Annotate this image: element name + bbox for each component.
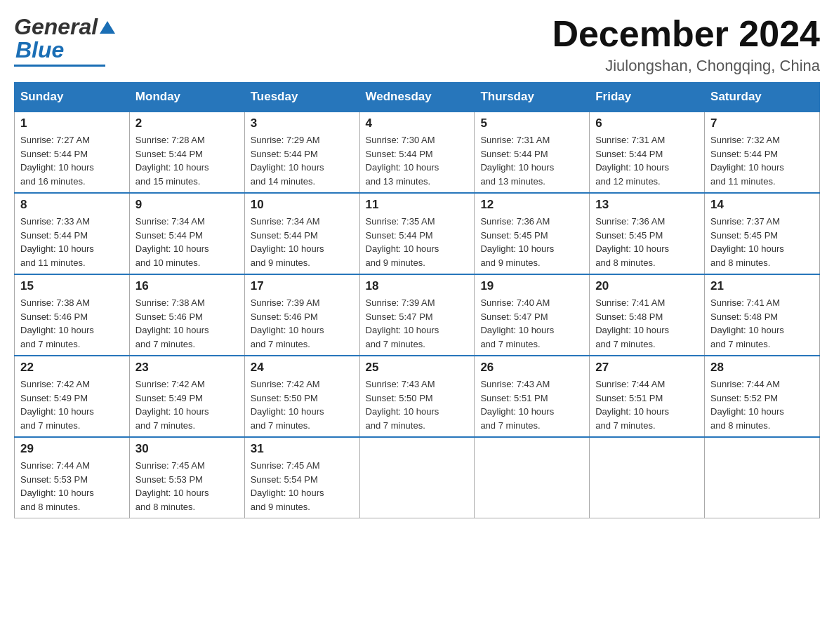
day-info: Sunrise: 7:43 AMSunset: 5:51 PMDaylight:… [480, 379, 554, 431]
calendar-cell: 27 Sunrise: 7:44 AMSunset: 5:51 PMDaylig… [590, 356, 705, 437]
weekday-header-wednesday: Wednesday [359, 83, 475, 112]
day-number: 3 [251, 116, 354, 130]
day-info: Sunrise: 7:42 AMSunset: 5:50 PMDaylight:… [251, 379, 324, 431]
month-title: December 2024 [552, 14, 820, 54]
day-info: Sunrise: 7:40 AMSunset: 5:47 PMDaylight:… [480, 297, 554, 349]
calendar-cell: 25 Sunrise: 7:43 AMSunset: 5:50 PMDaylig… [359, 356, 475, 437]
calendar-cell: 30 Sunrise: 7:45 AMSunset: 5:53 PMDaylig… [129, 437, 244, 518]
day-number: 5 [480, 116, 583, 130]
day-number: 25 [366, 361, 469, 375]
weekday-header-tuesday: Tuesday [244, 83, 359, 112]
day-number: 20 [595, 279, 699, 293]
calendar-cell: 7 Sunrise: 7:32 AMSunset: 5:44 PMDayligh… [705, 112, 820, 193]
day-number: 18 [366, 279, 469, 293]
day-number: 16 [135, 279, 239, 293]
day-info: Sunrise: 7:29 AMSunset: 5:44 PMDaylight:… [251, 135, 324, 187]
calendar-cell: 8 Sunrise: 7:33 AMSunset: 5:44 PMDayligh… [15, 193, 130, 274]
day-number: 6 [595, 116, 699, 130]
calendar-cell [590, 437, 705, 518]
svg-marker-0 [100, 21, 115, 34]
day-info: Sunrise: 7:45 AMSunset: 5:54 PMDaylight:… [251, 460, 324, 512]
calendar-cell: 14 Sunrise: 7:37 AMSunset: 5:45 PMDaylig… [705, 193, 820, 274]
day-number: 12 [480, 198, 583, 212]
day-number: 8 [20, 198, 124, 212]
title-block: December 2024 Jiulongshan, Chongqing, Ch… [552, 14, 820, 75]
day-info: Sunrise: 7:36 AMSunset: 5:45 PMDaylight:… [480, 216, 554, 268]
day-number: 1 [20, 116, 124, 130]
day-info: Sunrise: 7:39 AMSunset: 5:47 PMDaylight:… [366, 297, 439, 349]
day-info: Sunrise: 7:32 AMSunset: 5:44 PMDaylight:… [710, 135, 784, 187]
calendar-cell: 17 Sunrise: 7:39 AMSunset: 5:46 PMDaylig… [244, 274, 359, 356]
day-info: Sunrise: 7:34 AMSunset: 5:44 PMDaylight:… [135, 216, 209, 268]
day-number: 19 [480, 279, 583, 293]
day-info: Sunrise: 7:28 AMSunset: 5:44 PMDaylight:… [135, 135, 209, 187]
day-number: 14 [710, 198, 814, 212]
day-info: Sunrise: 7:33 AMSunset: 5:44 PMDaylight:… [20, 216, 94, 268]
logo: General Blue [14, 14, 117, 67]
day-number: 15 [20, 279, 124, 293]
calendar-cell: 12 Sunrise: 7:36 AMSunset: 5:45 PMDaylig… [475, 193, 590, 274]
calendar-cell: 19 Sunrise: 7:40 AMSunset: 5:47 PMDaylig… [475, 274, 590, 356]
day-info: Sunrise: 7:38 AMSunset: 5:46 PMDaylight:… [135, 297, 209, 349]
day-number: 21 [710, 279, 814, 293]
day-number: 28 [710, 361, 814, 375]
calendar-cell: 20 Sunrise: 7:41 AMSunset: 5:48 PMDaylig… [590, 274, 705, 356]
weekday-header-saturday: Saturday [705, 83, 820, 112]
location-title: Jiulongshan, Chongqing, China [552, 57, 820, 75]
calendar-cell: 24 Sunrise: 7:42 AMSunset: 5:50 PMDaylig… [244, 356, 359, 437]
day-number: 23 [135, 361, 239, 375]
calendar-cell: 11 Sunrise: 7:35 AMSunset: 5:44 PMDaylig… [359, 193, 475, 274]
calendar-cell: 4 Sunrise: 7:30 AMSunset: 5:44 PMDayligh… [359, 112, 475, 193]
calendar-cell: 15 Sunrise: 7:38 AMSunset: 5:46 PMDaylig… [15, 274, 130, 356]
weekday-header-sunday: Sunday [15, 83, 130, 112]
day-info: Sunrise: 7:41 AMSunset: 5:48 PMDaylight:… [710, 297, 784, 349]
day-number: 4 [366, 116, 469, 130]
day-info: Sunrise: 7:44 AMSunset: 5:51 PMDaylight:… [595, 379, 669, 431]
day-info: Sunrise: 7:37 AMSunset: 5:45 PMDaylight:… [710, 216, 784, 268]
day-info: Sunrise: 7:30 AMSunset: 5:44 PMDaylight:… [366, 135, 439, 187]
day-info: Sunrise: 7:44 AMSunset: 5:53 PMDaylight:… [20, 460, 94, 512]
day-number: 7 [710, 116, 814, 130]
calendar-week-row: 15 Sunrise: 7:38 AMSunset: 5:46 PMDaylig… [15, 274, 820, 356]
weekday-header-monday: Monday [129, 83, 244, 112]
calendar-cell [359, 437, 475, 518]
calendar-week-row: 8 Sunrise: 7:33 AMSunset: 5:44 PMDayligh… [15, 193, 820, 274]
day-number: 10 [251, 198, 354, 212]
weekday-header-thursday: Thursday [475, 83, 590, 112]
day-number: 30 [135, 442, 239, 456]
day-info: Sunrise: 7:42 AMSunset: 5:49 PMDaylight:… [135, 379, 209, 431]
calendar-cell: 28 Sunrise: 7:44 AMSunset: 5:52 PMDaylig… [705, 356, 820, 437]
day-number: 13 [595, 198, 699, 212]
calendar-cell: 13 Sunrise: 7:36 AMSunset: 5:45 PMDaylig… [590, 193, 705, 274]
calendar-header-row: SundayMondayTuesdayWednesdayThursdayFrid… [15, 83, 820, 112]
day-info: Sunrise: 7:35 AMSunset: 5:44 PMDaylight:… [366, 216, 439, 268]
calendar-cell: 22 Sunrise: 7:42 AMSunset: 5:49 PMDaylig… [15, 356, 130, 437]
day-number: 11 [366, 198, 469, 212]
calendar-cell: 23 Sunrise: 7:42 AMSunset: 5:49 PMDaylig… [129, 356, 244, 437]
day-info: Sunrise: 7:31 AMSunset: 5:44 PMDaylight:… [595, 135, 669, 187]
day-info: Sunrise: 7:34 AMSunset: 5:44 PMDaylight:… [251, 216, 324, 268]
day-number: 27 [595, 361, 699, 375]
calendar-cell: 10 Sunrise: 7:34 AMSunset: 5:44 PMDaylig… [244, 193, 359, 274]
day-number: 9 [135, 198, 239, 212]
day-info: Sunrise: 7:42 AMSunset: 5:49 PMDaylight:… [20, 379, 94, 431]
calendar-cell: 6 Sunrise: 7:31 AMSunset: 5:44 PMDayligh… [590, 112, 705, 193]
calendar-cell: 2 Sunrise: 7:28 AMSunset: 5:44 PMDayligh… [129, 112, 244, 193]
day-info: Sunrise: 7:45 AMSunset: 5:53 PMDaylight:… [135, 460, 209, 512]
calendar-cell: 18 Sunrise: 7:39 AMSunset: 5:47 PMDaylig… [359, 274, 475, 356]
calendar-cell: 3 Sunrise: 7:29 AMSunset: 5:44 PMDayligh… [244, 112, 359, 193]
calendar-cell: 5 Sunrise: 7:31 AMSunset: 5:44 PMDayligh… [475, 112, 590, 193]
calendar-week-row: 29 Sunrise: 7:44 AMSunset: 5:53 PMDaylig… [15, 437, 820, 518]
calendar-cell: 29 Sunrise: 7:44 AMSunset: 5:53 PMDaylig… [15, 437, 130, 518]
calendar-cell: 31 Sunrise: 7:45 AMSunset: 5:54 PMDaylig… [244, 437, 359, 518]
day-info: Sunrise: 7:41 AMSunset: 5:48 PMDaylight:… [595, 297, 669, 349]
day-info: Sunrise: 7:36 AMSunset: 5:45 PMDaylight:… [595, 216, 669, 268]
page-header: General Blue December 2024 Jiulongshan, … [14, 14, 820, 75]
calendar-cell: 9 Sunrise: 7:34 AMSunset: 5:44 PMDayligh… [129, 193, 244, 274]
day-info: Sunrise: 7:43 AMSunset: 5:50 PMDaylight:… [366, 379, 439, 431]
day-info: Sunrise: 7:31 AMSunset: 5:44 PMDaylight:… [480, 135, 554, 187]
logo-underline [14, 65, 105, 67]
logo-general-text: General [14, 14, 98, 40]
calendar-cell: 26 Sunrise: 7:43 AMSunset: 5:51 PMDaylig… [475, 356, 590, 437]
day-info: Sunrise: 7:27 AMSunset: 5:44 PMDaylight:… [20, 135, 94, 187]
